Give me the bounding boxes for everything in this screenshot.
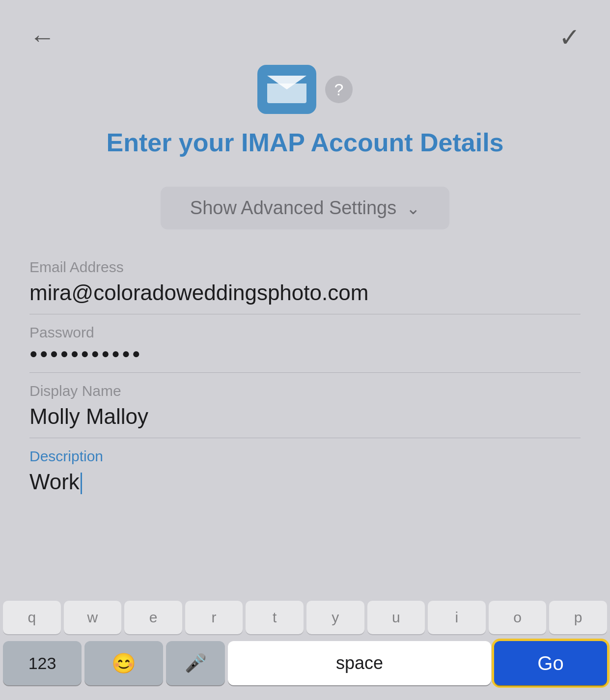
display-name-value[interactable]: Molly Malloy	[29, 404, 581, 438]
top-navigation: ← ✓	[0, 0, 610, 60]
password-field-group: Password ●●●●●●●●●●●	[29, 314, 581, 373]
advanced-btn-label: Show Advanced Settings	[190, 197, 396, 219]
email-label: Email Address	[29, 259, 581, 276]
header-area: ? Enter your IMAP Account Details	[0, 60, 610, 172]
key-o[interactable]: o	[489, 601, 547, 634]
key-123-button[interactable]: 123	[3, 641, 82, 685]
check-button[interactable]: ✓	[559, 25, 581, 50]
page-title: Enter your IMAP Account Details	[77, 128, 533, 157]
key-e[interactable]: e	[124, 601, 182, 634]
mic-button[interactable]: 🎤	[166, 641, 225, 685]
key-y[interactable]: y	[306, 601, 364, 634]
chevron-down-icon: ⌄	[406, 198, 420, 218]
text-cursor	[81, 473, 82, 494]
form-area: Email Address mira@coloradoweddingsphoto…	[0, 249, 610, 503]
back-button[interactable]: ←	[29, 25, 55, 50]
description-value[interactable]: Work	[29, 470, 581, 503]
help-icon[interactable]: ?	[325, 76, 353, 103]
display-name-field-group: Display Name Molly Malloy	[29, 373, 581, 438]
envelope-icon	[267, 76, 306, 103]
key-i[interactable]: i	[428, 601, 486, 634]
key-p[interactable]: p	[549, 601, 607, 634]
key-q[interactable]: q	[3, 601, 61, 634]
mail-icon	[257, 65, 316, 114]
password-label: Password	[29, 324, 581, 341]
keyboard: q w e r t y u i o p 123 😊 🎤 space Go	[0, 596, 610, 700]
email-field-group: Email Address mira@coloradoweddingsphoto…	[29, 249, 581, 314]
password-value[interactable]: ●●●●●●●●●●●	[29, 346, 581, 372]
key-r[interactable]: r	[185, 601, 243, 634]
description-label: Description	[29, 448, 581, 465]
email-value[interactable]: mira@coloradoweddingsphoto.com	[29, 280, 581, 314]
key-u[interactable]: u	[367, 601, 425, 634]
advanced-settings-wrapper: Show Advanced Settings ⌄	[0, 187, 610, 229]
display-name-label: Display Name	[29, 383, 581, 399]
icon-row: ?	[257, 65, 353, 114]
key-w[interactable]: w	[64, 601, 122, 634]
keyboard-top-row: q w e r t y u i o p	[0, 596, 610, 637]
key-t[interactable]: t	[246, 601, 304, 634]
emoji-button[interactable]: 😊	[84, 641, 163, 685]
description-field-group: Description Work	[29, 438, 581, 503]
show-advanced-settings-button[interactable]: Show Advanced Settings ⌄	[161, 187, 449, 229]
space-button[interactable]: space	[228, 641, 491, 685]
go-button[interactable]: Go	[494, 641, 607, 685]
keyboard-bottom-row: 123 😊 🎤 space Go	[0, 637, 610, 700]
